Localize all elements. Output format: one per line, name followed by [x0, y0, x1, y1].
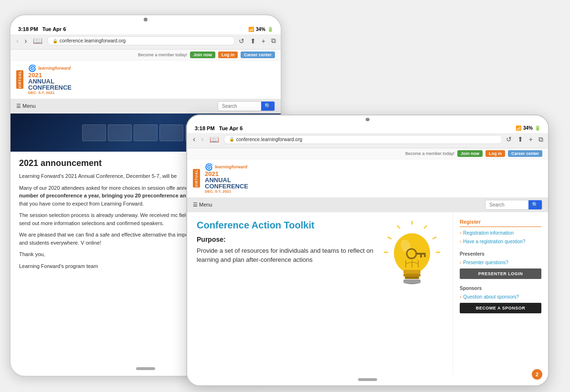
- menu-btn-front[interactable]: ☰ Menu: [193, 202, 212, 208]
- conf-date-back: DEC. 5-7, 2021: [28, 91, 72, 95]
- nav-bar-back: ☰ Menu 🔍: [11, 99, 281, 113]
- status-time-front: 3:18 PM Tue Apr 6: [195, 125, 243, 131]
- register-section: Register › Registration information › Ha…: [460, 219, 541, 245]
- status-time-back: 3:18 PM Tue Apr 6: [18, 26, 66, 32]
- browser-nav-back: ‹ › 📖 🔒 conference.learningforward.org ↺…: [15, 36, 276, 45]
- back-btn-back[interactable]: ‹: [15, 37, 20, 45]
- add-tab-btn-back[interactable]: +: [262, 37, 265, 45]
- conf-date-front: DEC. 5-7, 2021: [205, 189, 248, 194]
- wifi-icon-front: 📶: [516, 125, 521, 131]
- career-btn-front[interactable]: Career center: [508, 150, 542, 157]
- svg-rect-17: [403, 274, 421, 277]
- presenters-section-title: Presenters: [460, 251, 541, 257]
- bookmarks-btn-front[interactable]: 📖: [209, 135, 220, 144]
- conf-conference-front: CONFERENCE: [205, 183, 248, 189]
- battery-icon-front: 🔋: [535, 125, 540, 131]
- search-box-front[interactable]: 🔍: [485, 200, 542, 210]
- search-btn-front[interactable]: 🔍: [528, 200, 542, 209]
- register-section-title: Register: [460, 219, 541, 227]
- bookmarks-btn-back[interactable]: 📖: [32, 36, 43, 45]
- conf-annual-front: ANNUAL: [205, 177, 248, 183]
- hero-text: Conference Action Toolkit Purpose: Provi…: [197, 220, 375, 270]
- lock-icon-front: 🔒: [229, 137, 234, 142]
- forward-btn-front[interactable]: ›: [200, 135, 204, 144]
- virtual-badge-back: VIRTUAL: [16, 70, 23, 89]
- lightbulb-svg: [381, 220, 443, 291]
- notification-badge: 2: [532, 369, 542, 380]
- banner-card-4: [159, 124, 183, 141]
- login-btn-back[interactable]: Log in: [218, 52, 238, 58]
- browser-actions-front: ↺ ⬆ + ⧉: [506, 135, 543, 144]
- main-content-front: Conference Action Toolkit Purpose: Provi…: [187, 212, 453, 375]
- purpose-heading: Purpose:: [197, 236, 375, 243]
- svg-rect-15: [420, 255, 422, 258]
- battery-back: 34%: [256, 27, 265, 32]
- address-bar-back[interactable]: 🔒 conference.learningforward.org: [47, 36, 235, 45]
- presenters-section: Presenters › Presenter questions? PRESEN…: [460, 251, 541, 279]
- chevron-reg-q: ›: [460, 238, 461, 245]
- login-btn-front[interactable]: Log in: [486, 150, 505, 157]
- battery-front: 34%: [523, 125, 533, 131]
- purpose-section: Purpose: Provide a set of resources for …: [197, 236, 375, 265]
- svg-line-1: [424, 226, 427, 228]
- search-btn-back[interactable]: 🔍: [261, 102, 274, 111]
- become-member-text-front: Become a member today!: [405, 151, 454, 156]
- lightbulb-image: [381, 220, 443, 287]
- banner-card-3: [134, 124, 158, 141]
- share-btn-front[interactable]: ⬆: [517, 135, 523, 143]
- conf-conference-back: CONFERENCE: [28, 84, 72, 91]
- add-tab-btn-front[interactable]: +: [529, 135, 533, 143]
- banner-card-2: [108, 124, 132, 141]
- chevron-sponsor-q: ›: [460, 294, 461, 300]
- status-bar-front: 3:18 PM Tue Apr 6 📶 34% 🔋: [187, 123, 548, 133]
- forward-btn-back[interactable]: ›: [23, 37, 28, 45]
- status-right-front: 📶 34% 🔋: [516, 125, 540, 131]
- reg-question-link[interactable]: › Have a registration question?: [460, 238, 541, 245]
- nav-bar-front: ☰ Menu 🔍: [187, 197, 548, 212]
- ipad-front: 3:18 PM Tue Apr 6 📶 34% 🔋 ‹ › 📖 🔒 confer…: [186, 114, 549, 386]
- presenter-q-link[interactable]: › Presenter questions?: [460, 259, 541, 266]
- browser-actions-back: ↺ ⬆ + ⧉: [239, 37, 276, 45]
- status-bar-back: 3:18 PM Tue Apr 6 📶 34% 🔋: [11, 23, 281, 34]
- scroll-indicator-front: [187, 375, 548, 385]
- reg-info-link[interactable]: › Registration information: [460, 230, 541, 236]
- career-btn-back[interactable]: Career center: [241, 52, 275, 58]
- logo-text-front: 🌀 learningforward 2021 ANNUAL CONFERENCE…: [205, 163, 248, 194]
- sponsor-q-link[interactable]: › Question about sponsors?: [460, 294, 541, 300]
- chevron-reg-info: ›: [460, 230, 461, 236]
- chevron-presenter-q: ›: [460, 259, 461, 266]
- conf-year-front: 2021: [205, 171, 248, 177]
- reload-btn-front[interactable]: ↺: [506, 135, 512, 143]
- member-bar-front: Become a member today! Join now Log in C…: [187, 148, 548, 159]
- camera-dot-front: [366, 118, 369, 121]
- browser-nav-front: ‹ › 📖 🔒 conference.learningforward.org ↺…: [192, 135, 543, 144]
- menu-btn-back[interactable]: ☰ Menu: [16, 103, 36, 109]
- member-bar-back: Become a member today! Join now Log in C…: [11, 50, 281, 61]
- browser-chrome-back: ‹ › 📖 🔒 conference.learningforward.org ↺…: [11, 34, 281, 50]
- search-box-back[interactable]: 🔍: [218, 101, 275, 111]
- lock-icon-back: 🔒: [53, 39, 58, 43]
- join-btn-back[interactable]: Join now: [190, 52, 215, 58]
- address-bar-front[interactable]: 🔒 conference.learningforward.org: [224, 135, 502, 144]
- join-btn-front[interactable]: Join now: [457, 150, 483, 157]
- become-member-text-back: Become a member today!: [138, 52, 187, 57]
- logo-area-back: VIRTUAL 🌀 learningforward 2021 ANNUAL CO…: [11, 61, 281, 99]
- tabs-btn-front[interactable]: ⧉: [538, 135, 543, 144]
- svg-rect-18: [405, 277, 419, 279]
- svg-line-2: [433, 237, 436, 239]
- logo-area-front: VIRTUAL 🌀 learningforward 2021 ANNUAL CO…: [187, 159, 548, 197]
- url-text-front: conference.learningforward.org: [236, 137, 302, 142]
- reload-btn-back[interactable]: ↺: [239, 37, 244, 45]
- browser-chrome-front: ‹ › 📖 🔒 conference.learningforward.org ↺…: [187, 133, 548, 148]
- svg-rect-16: [424, 255, 426, 257]
- search-input-front[interactable]: [486, 201, 528, 209]
- become-sponsor-btn[interactable]: BECOME A SPONSOR: [460, 303, 541, 313]
- sponsors-section: Sponsors › Question about sponsors? BECO…: [460, 286, 541, 313]
- share-btn-back[interactable]: ⬆: [250, 37, 256, 45]
- svg-rect-20: [403, 279, 421, 283]
- search-input-back[interactable]: [218, 102, 261, 110]
- lf-name-front: learningforward: [215, 165, 247, 169]
- back-btn-front[interactable]: ‹: [192, 135, 196, 144]
- presenter-login-btn[interactable]: PRESENTER LOGIN: [460, 268, 541, 279]
- tabs-btn-back[interactable]: ⧉: [271, 37, 276, 45]
